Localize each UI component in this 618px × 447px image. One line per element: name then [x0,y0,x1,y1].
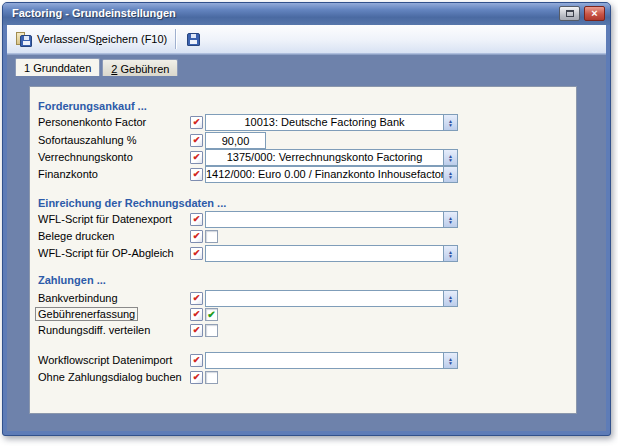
lookup-check-button[interactable]: ✔ [190,116,203,129]
tab-strip: 1 Grunddaten 2 Gebühren [15,58,178,76]
label-belege-drucken: Belege drucken [38,230,114,242]
lookup-check-button[interactable]: ✔ [190,371,203,384]
arrow-down-icon: ▼ [448,299,453,303]
red-check-icon: ✔ [193,293,201,303]
combo-value: 1375/000: Verrechnungskonto Factoring [206,150,443,165]
label-ohne-zahlungsdialog: Ohne Zahlungsdialog buchen [38,371,182,383]
label-wfl-datenexport: WFL-Script für Datenexport [38,213,172,225]
label-workflowscript-datenimport: Workflowscript Datenimport [38,354,172,366]
label-finanzkonto: Finanzkonto [38,168,98,180]
red-check-icon: ✔ [193,325,201,335]
label-verrechnungskonto: Verrechnungskonto [38,151,133,163]
red-check-icon: ✔ [193,152,201,162]
arrow-down-icon: ▼ [448,158,453,162]
combo-personenkonto-factor[interactable]: 10013: Deutsche Factoring Bank ▲▼ [205,114,458,131]
lookup-check-button[interactable]: ✔ [190,213,203,226]
close-icon: × [591,7,597,19]
section-header-einreichung: Einreichung der Rechnungsdaten ... [38,197,226,209]
arrow-down-icon: ▼ [448,220,453,224]
combo-value: 10013: Deutsche Factoring Bank [206,115,443,130]
red-check-icon: ✔ [193,169,201,179]
red-check-icon: ✔ [193,355,201,365]
combo-value: 1412/000: Euro 0.00 / Finanzkonto Inhous… [206,167,443,182]
red-check-icon: ✔ [193,309,201,319]
red-check-icon: ✔ [193,214,201,224]
tab-gebuehren[interactable]: 2 Gebühren [102,59,178,76]
titlebar-buttons: × [559,6,605,21]
maximize-button[interactable] [559,6,580,21]
lookup-check-button[interactable]: ✔ [190,151,203,164]
combo-value [206,212,443,227]
tab-page-area: 1 Grunddaten 2 Gebühren Forderungsankauf… [7,54,606,431]
dropdown-spinner-button[interactable]: ▲▼ [443,167,457,182]
arrow-down-icon: ▼ [448,175,453,179]
lookup-check-button[interactable]: ✔ [190,230,203,243]
combo-wfl-op-abgleich[interactable]: ▲▼ [205,245,458,262]
floppy-disk-icon [20,35,32,47]
red-check-icon: ✔ [193,372,201,382]
red-check-icon: ✔ [193,117,201,127]
checkbox-gebuehrenerfassung[interactable]: ✔ [205,308,218,321]
dropdown-spinner-button[interactable]: ▲▼ [443,291,457,306]
checkbox-rundungsdiff[interactable] [205,324,218,337]
label-gebuehrenerfassung: Gebührenerfassung [38,308,138,320]
titlebar[interactable]: Factoring - Grundeinstellungen × [3,3,610,25]
section-header-zahlungen: Zahlungen ... [38,274,106,286]
lookup-check-button[interactable]: ✔ [190,308,203,321]
section-header-forderungsankauf: Forderungsankauf ... [38,100,147,112]
save-button[interactable] [183,31,204,48]
lookup-check-button[interactable]: ✔ [190,247,203,260]
focused-label: Gebührenerfassung [35,307,138,321]
exit-save-icon [16,32,32,47]
label-sofortauszahlung: Sofortauszahlung % [38,134,136,146]
dropdown-spinner-button[interactable]: ▲▼ [443,353,457,368]
close-button[interactable]: × [584,6,605,21]
combo-value [206,246,443,261]
window-title: Factoring - Grundeinstellungen [12,7,176,19]
combo-wfl-datenexport[interactable]: ▲▼ [205,211,458,228]
dropdown-spinner-button[interactable]: ▲▼ [443,150,457,165]
lookup-check-button[interactable]: ✔ [190,134,203,147]
dropdown-spinner-button[interactable]: ▲▼ [443,115,457,130]
checkbox-ohne-zahlungsdialog[interactable] [205,371,218,384]
combo-workflowscript-datenimport[interactable]: ▲▼ [205,352,458,369]
toolbar-separator [175,29,176,49]
combo-verrechnungskonto[interactable]: 1375/000: Verrechnungskonto Factoring ▲▼ [205,149,458,166]
combo-finanzkonto[interactable]: 1412/000: Euro 0.00 / Finanzkonto Inhous… [205,166,458,183]
label-personenkonto-factor: Personenkonto Factor [38,116,146,128]
tab-grunddaten[interactable]: 1 Grunddaten [15,58,100,76]
toolbar: Verlassen/Speichern (F10) [7,25,606,54]
lookup-check-button[interactable]: ✔ [190,168,203,181]
red-check-icon: ✔ [193,135,201,145]
save-icon [187,33,200,46]
arrow-down-icon: ▼ [448,123,453,127]
exit-save-button[interactable]: Verlassen/Speichern (F10) [12,30,171,49]
red-check-icon: ✔ [193,248,201,258]
lookup-check-button[interactable]: ✔ [190,324,203,337]
combo-value [206,353,443,368]
label-rundungsdiff: Rundungsdiff. verteilen [38,324,150,336]
arrow-down-icon: ▼ [448,254,453,258]
dropdown-spinner-button[interactable]: ▲▼ [443,212,457,227]
dropdown-spinner-button[interactable]: ▲▼ [443,246,457,261]
sofortauszahlung-input[interactable] [205,132,266,149]
check-icon: ✔ [207,309,215,320]
red-check-icon: ✔ [193,231,201,241]
checkbox-belege-drucken[interactable] [205,230,218,243]
maximize-icon [566,10,574,17]
label-wfl-op-abgleich: WFL-Script für OP-Abgleich [38,247,174,259]
lookup-check-button[interactable]: ✔ [190,354,203,367]
exit-save-label: Verlassen/Speichern (F10) [37,33,167,45]
combo-value [206,291,443,306]
arrow-down-icon: ▼ [448,361,453,365]
lookup-check-button[interactable]: ✔ [190,292,203,305]
form-panel: Forderungsankauf ... Personenkonto Facto… [29,86,577,414]
app-window: Factoring - Grundeinstellungen × Verlass… [2,2,611,436]
label-bankverbindung: Bankverbindung [38,292,118,304]
combo-bankverbindung[interactable]: ▲▼ [205,290,458,307]
